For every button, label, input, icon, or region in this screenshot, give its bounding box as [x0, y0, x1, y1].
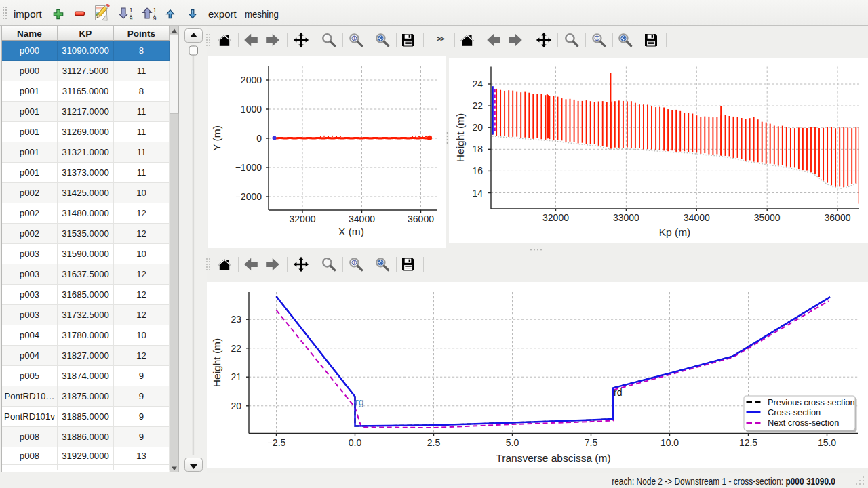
- svg-text:9: 9: [130, 15, 133, 21]
- svg-text:1: 1: [130, 7, 133, 14]
- svg-text:1: 1: [153, 7, 157, 14]
- svg-text:9: 9: [153, 15, 157, 21]
